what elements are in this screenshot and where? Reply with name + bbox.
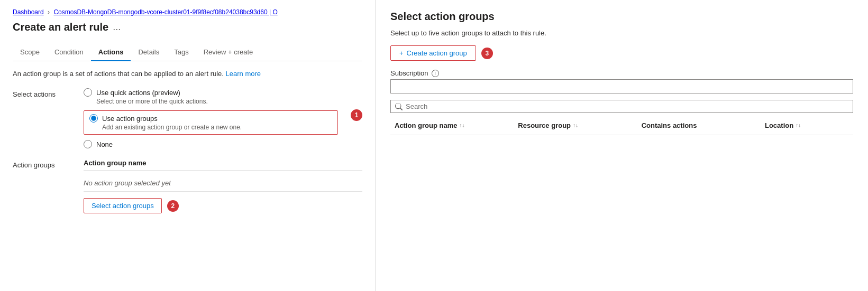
tab-review-create[interactable]: Review + create	[196, 44, 261, 61]
select-actions-section: Select actions Use quick actions (previe…	[13, 88, 362, 148]
none-option: None	[84, 140, 338, 148]
page-title: Create an alert rule	[13, 21, 108, 33]
action-groups-section-label: Action groups	[13, 159, 71, 213]
learn-more-link[interactable]: Learn more	[226, 70, 261, 78]
select-ag-row: Select action groups 2	[84, 198, 362, 213]
table-header: Action group name ↑↓ Resource group ↑↓ C…	[390, 119, 853, 135]
actions-description: An action group is a set of actions that…	[13, 70, 362, 78]
plus-icon: +	[399, 49, 404, 57]
create-action-group-button[interactable]: + Create action group	[390, 45, 476, 61]
action-groups-section: Action groups Action group name No actio…	[13, 159, 362, 213]
step-badge-2: 2	[167, 200, 179, 212]
quick-actions-label: Use quick actions (preview)	[96, 89, 180, 97]
quick-actions-option: Use quick actions (preview) Select one o…	[84, 88, 338, 105]
th-resource-group: Resource group ↑↓	[514, 119, 637, 132]
th-contains-actions: Contains actions	[637, 119, 761, 132]
tab-condition[interactable]: Condition	[47, 44, 91, 61]
quick-actions-sublabel: Select one or more of the quick actions.	[96, 98, 338, 105]
select-action-groups-button[interactable]: Select action groups	[84, 198, 162, 213]
subscription-label-row: Subscription i	[390, 69, 853, 77]
th-action-group-name: Action group name ↑↓	[390, 119, 514, 132]
action-groups-radio[interactable]	[89, 114, 98, 123]
more-options-icon[interactable]: ...	[113, 22, 121, 33]
left-panel: Dashboard › CosmosDB-MongoDB-mongodb-vco…	[0, 0, 376, 291]
search-icon	[395, 103, 403, 110]
tab-tags[interactable]: Tags	[167, 44, 196, 61]
page-title-row: Create an alert rule ...	[13, 21, 362, 33]
action-groups-option: Use action groups Add an existing action…	[84, 110, 338, 135]
ag-empty-message: No action group selected yet	[84, 175, 362, 192]
sort-icon-name[interactable]: ↑↓	[459, 123, 464, 128]
tabs-bar: Scope Condition Actions Details Tags Rev…	[13, 44, 362, 61]
actions-options: Use quick actions (preview) Select one o…	[84, 88, 338, 148]
panel-title: Select action groups	[390, 11, 853, 23]
create-ag-row: + Create action group 3	[390, 45, 853, 61]
search-input[interactable]	[406, 102, 848, 110]
ag-content: Action group name No action group select…	[84, 159, 362, 213]
tab-details[interactable]: Details	[131, 44, 167, 61]
breadcrumb: Dashboard › CosmosDB-MongoDB-mongodb-vco…	[13, 8, 362, 16]
create-ag-label: Create action group	[407, 49, 467, 57]
action-groups-label: Use action groups	[102, 115, 158, 123]
select-actions-label: Select actions	[13, 88, 71, 148]
breadcrumb-resource[interactable]: CosmosDB-MongoDB-mongodb-vcore-cluster01…	[53, 8, 277, 16]
subscription-info-icon: i	[432, 70, 439, 77]
step-badge-1: 1	[351, 109, 362, 121]
subscription-label: Subscription	[390, 69, 428, 77]
breadcrumb-dashboard[interactable]: Dashboard	[13, 8, 44, 16]
none-label: None	[96, 140, 113, 148]
subscription-input[interactable]	[390, 79, 853, 93]
none-radio[interactable]	[84, 140, 92, 148]
th-location: Location ↑↓	[761, 119, 853, 132]
right-panel: Select action groups Select up to five a…	[376, 0, 868, 291]
quick-actions-radio[interactable]	[84, 88, 92, 97]
panel-subtitle: Select up to five action groups to attac…	[390, 29, 853, 37]
search-row	[390, 100, 853, 113]
sort-icon-resource[interactable]: ↑↓	[573, 123, 578, 128]
tab-actions[interactable]: Actions	[91, 44, 131, 61]
ag-table-header: Action group name	[84, 159, 362, 171]
sort-icon-location[interactable]: ↑↓	[796, 123, 801, 128]
action-groups-sublabel: Add an existing action group or create a…	[102, 124, 332, 131]
tab-scope[interactable]: Scope	[13, 44, 47, 61]
step-badge-3: 3	[481, 48, 493, 59]
